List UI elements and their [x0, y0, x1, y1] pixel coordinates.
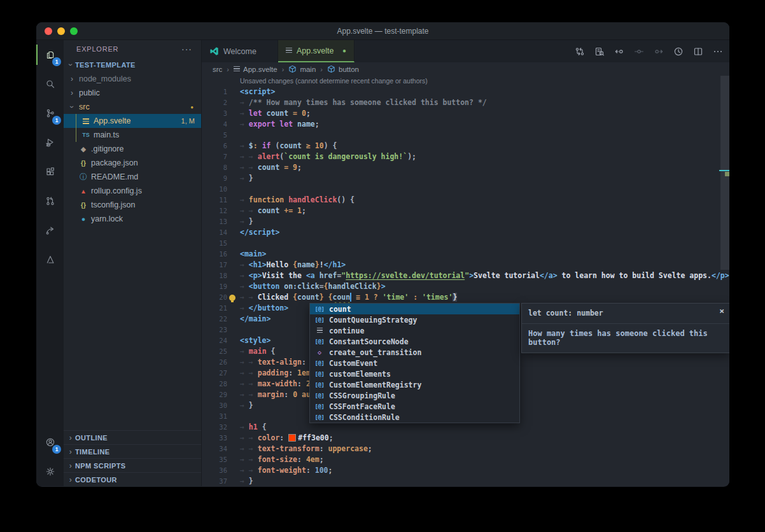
- tree-item-package.json[interactable]: {}package.json: [64, 156, 201, 170]
- split-editor-icon[interactable]: [693, 46, 703, 57]
- activity-bar-item-github-pull-request[interactable]: [36, 186, 64, 216]
- suggestion-item-customElements[interactable]: [@]customElements: [310, 368, 519, 379]
- tree-item-README.md[interactable]: ⓘREADME.md: [64, 170, 201, 184]
- open-preview-icon[interactable]: [594, 46, 605, 57]
- line-number: 27: [202, 368, 227, 379]
- suggestion-item-CustomEvent[interactable]: [@]CustomEvent: [310, 358, 519, 368]
- activity-bar-item-azure[interactable]: [36, 245, 64, 274]
- tree-item-yarn.lock[interactable]: ●yarn.lock: [64, 212, 201, 226]
- tree-item-main.ts[interactable]: TSmain.ts: [64, 128, 201, 142]
- suggestion-item-CSSConditionRule[interactable]: [@]CSSConditionRule: [310, 412, 519, 423]
- code-line: 11→ function handleClick() {: [202, 195, 729, 206]
- vscode-window: App.svelte — test-template 111 EXPLORER …: [36, 22, 729, 487]
- file-lines-icon: [234, 66, 240, 72]
- suggestion-item-create_out_transition[interactable]: ◇create_out_transition: [310, 347, 519, 358]
- suggestion-item-CountQueuingStrategy[interactable]: [@]CountQueuingStrategy: [310, 314, 519, 325]
- sidebar-panel-timeline[interactable]: ›TIMELINE: [64, 444, 201, 458]
- gear-icon: [45, 466, 55, 477]
- tree-item-App.svelte[interactable]: App.svelte1, M: [64, 114, 201, 128]
- suggestion-item-CSSFontFaceRule[interactable]: [@]CSSFontFaceRule: [310, 401, 519, 412]
- more-actions-icon[interactable]: ···: [181, 44, 192, 54]
- line-number: 30: [202, 400, 227, 411]
- code-line: 35→ → font-size: 4em;: [202, 454, 729, 465]
- tree-item-tsconfig.json[interactable]: {}tsconfig.json: [64, 198, 201, 212]
- minimize-window-button[interactable]: [57, 27, 65, 35]
- line-number: 16: [202, 249, 227, 260]
- glyph-margin: [227, 238, 240, 249]
- activity-bar-item-settings[interactable]: [36, 457, 64, 486]
- breadcrumb-app-svelte[interactable]: App.svelte: [234, 66, 277, 73]
- close-icon[interactable]: ×: [719, 306, 724, 316]
- rollup-file-icon: ▲: [78, 188, 88, 195]
- modified-dot-icon: ●: [190, 104, 201, 110]
- zoom-window-button[interactable]: [70, 27, 78, 35]
- tree-item-label: yarn.lock: [91, 214, 123, 223]
- tab-label: App.svelte: [297, 46, 333, 55]
- file-history-icon[interactable]: [673, 46, 684, 57]
- line-number: 17: [202, 260, 227, 270]
- next-change-icon[interactable]: [654, 46, 664, 57]
- tree-item-label: App.svelte: [94, 116, 130, 125]
- suggestion-label: CustomEvent: [329, 359, 377, 368]
- chevron-down-icon: ›: [67, 102, 76, 111]
- tree-item-label: .gitignore: [91, 144, 123, 153]
- more-actions-icon[interactable]: [713, 46, 723, 57]
- suggestion-item-ConstantSourceNode[interactable]: [@]ConstantSourceNode: [310, 336, 519, 347]
- panel-label: CODETOUR: [75, 476, 117, 484]
- line-number: 32: [202, 422, 227, 433]
- breadcrumb-main[interactable]: main: [288, 65, 316, 73]
- chevron-right-icon: ›: [66, 433, 75, 442]
- sidebar-spacer: [64, 226, 201, 430]
- breadcrumb-src[interactable]: src: [213, 66, 222, 73]
- glyph-margin: [227, 206, 240, 216]
- activity-bar-item-source-control[interactable]: 1: [36, 99, 64, 128]
- activity-bar-item-explorer[interactable]: 1: [36, 40, 64, 69]
- suggestion-item-CustomElementRegistry[interactable]: [@]CustomElementRegistry: [310, 379, 519, 390]
- suggestion-item-CSSGroupingRule[interactable]: [@]CSSGroupingRule: [310, 390, 519, 401]
- code-line: 2→ /** How many times has someone clicke…: [202, 97, 729, 108]
- compare-changes-icon[interactable]: [575, 46, 585, 57]
- activity-bar-item-extensions[interactable]: [36, 157, 64, 186]
- tree-item-rollup.config.js[interactable]: ▲rollup.config.js: [64, 184, 201, 198]
- tree-item-.gitignore[interactable]: ◆.gitignore: [64, 142, 201, 156]
- info-file-icon: ⓘ: [78, 172, 88, 183]
- tree-item-label: tsconfig.json: [91, 200, 135, 209]
- activity-bar-item-search[interactable]: [36, 69, 64, 99]
- previous-change-icon[interactable]: [614, 46, 624, 57]
- breadcrumb-button[interactable]: button: [327, 65, 359, 73]
- titlebar[interactable]: App.svelte — test-template: [36, 22, 729, 40]
- color-swatch[interactable]: [289, 435, 295, 441]
- suggestion-item-continue[interactable]: continue: [310, 325, 519, 336]
- symbol-variable-icon: [@]: [314, 382, 325, 388]
- glyph-margin: [227, 444, 240, 454]
- code-line: 10: [202, 184, 729, 195]
- codelens-unsaved-changes[interactable]: Unsaved changes (cannot determine recent…: [202, 76, 729, 87]
- activity-bar-item-run-debug[interactable]: [36, 128, 64, 157]
- tab-welcome[interactable]: Welcome: [202, 40, 278, 62]
- sidebar-panel-npm-scripts[interactable]: ›NPM SCRIPTS: [64, 458, 201, 472]
- sidebar-panel-outline[interactable]: ›OUTLINE: [64, 430, 201, 444]
- glyph-margin: [227, 357, 240, 368]
- tree-item-public[interactable]: ›public: [64, 86, 201, 100]
- suggestion-label: CustomElementRegistry: [329, 381, 421, 389]
- activity-bar-item-accounts[interactable]: 1: [36, 428, 64, 457]
- close-window-button[interactable]: [45, 27, 52, 35]
- tree-section-header[interactable]: › TEST-TEMPLATE: [64, 58, 201, 72]
- activity-badge: 1: [52, 57, 61, 66]
- chevron-right-icon: ›: [282, 66, 284, 73]
- breadcrumb: src›App.svelte›main›button: [202, 62, 729, 76]
- activity-bar-item-live-share[interactable]: [36, 216, 64, 245]
- line-number: 9: [202, 173, 227, 184]
- code-editor[interactable]: Unsaved changes (cannot determine recent…: [202, 76, 729, 486]
- tree-item-label: README.md: [91, 172, 138, 181]
- breadcrumb-label: App.svelte: [243, 66, 277, 73]
- sidebar-panel-codetour[interactable]: ›CODETOUR: [64, 472, 201, 486]
- tree-item-node_modules[interactable]: ›node_modules: [64, 72, 201, 86]
- lightbulb-icon[interactable]: [229, 295, 235, 301]
- suggestion-item-count[interactable]: [@]count: [310, 304, 519, 314]
- tab-app-svelte[interactable]: App.svelte●: [278, 40, 354, 62]
- chevron-right-icon: ›: [227, 66, 229, 73]
- current-change-icon[interactable]: [634, 46, 644, 57]
- tree-item-src[interactable]: ›src●: [64, 100, 201, 114]
- line-number: 2: [202, 97, 227, 108]
